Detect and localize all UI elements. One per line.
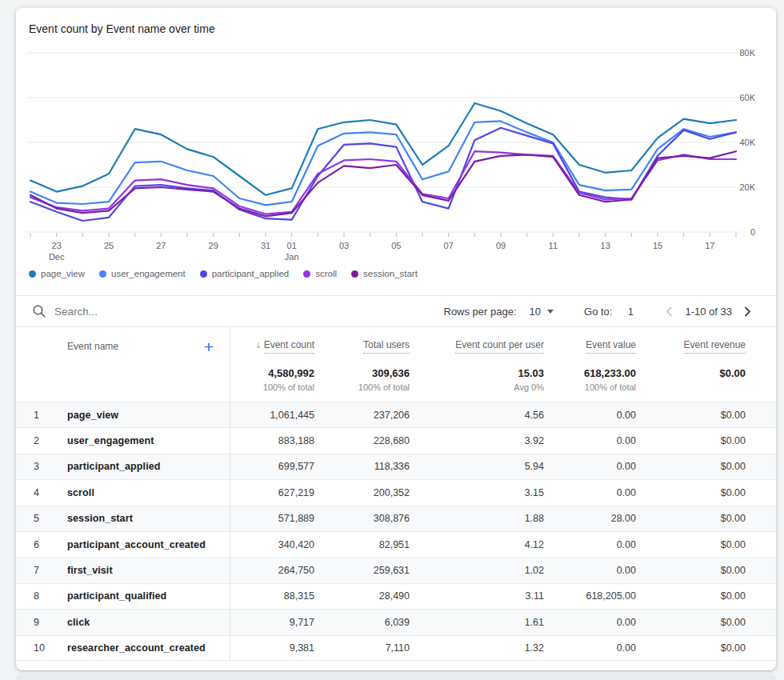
metric-value-cell: 4.12	[410, 539, 544, 550]
metric-value-cell: 6,039	[314, 617, 410, 628]
metric-value-cell: 0.00	[544, 461, 636, 472]
y-axis-label: 20K	[739, 182, 755, 192]
x-axis-label: 31	[261, 241, 270, 250]
x-axis-label: 15	[653, 241, 662, 250]
metric-value-cell: $0.00	[636, 539, 746, 550]
metric-value-cell: 1.02	[410, 565, 544, 576]
table-row: 5session_start571,889308,8761.8828.00$0.…	[16, 506, 776, 531]
row-index: 1	[16, 410, 51, 421]
table-row: 4scroll627,219200,3523.150.00$0.00	[16, 479, 776, 505]
event-name-cell: session_start	[51, 513, 230, 524]
y-axis-label: 40K	[739, 138, 755, 147]
metric-value-cell: 237,206	[314, 410, 410, 421]
legend-dot-icon	[200, 270, 207, 278]
metric-value-cell: $0.00	[636, 617, 746, 628]
metric-value-cell: 340,420	[230, 539, 314, 550]
x-axis-label: 03	[339, 241, 349, 250]
metric-value-cell: 82,951	[314, 539, 410, 550]
events-table: Event name + ↓Event countTotal usersEven…	[16, 327, 776, 661]
metric-value-cell: 1.88	[410, 513, 544, 524]
event-name-cell: user_engagement	[51, 435, 230, 446]
metric-header-event-revenue[interactable]: Event revenue	[636, 339, 746, 354]
column-divider	[230, 327, 230, 661]
metric-value-cell: 3.11	[410, 590, 544, 602]
legend-item-participant_applied: participant_applied	[200, 269, 290, 278]
metric-header-event-value[interactable]: Event value	[544, 339, 636, 354]
metric-header-label: Event count	[264, 339, 314, 354]
metric-value-cell: 0.00	[544, 642, 636, 654]
row-index: 8	[16, 590, 51, 602]
totals-value: 309,636	[314, 367, 410, 379]
legend-item-page_view: page_view	[29, 269, 85, 278]
metric-value-cell: $0.00	[636, 590, 746, 602]
metric-value-cell: 1.32	[410, 642, 544, 654]
event-name-cell: page_view	[51, 410, 230, 421]
metric-value-cell: 259,631	[314, 565, 410, 576]
x-axis-label: 23	[52, 241, 62, 250]
metric-value-cell: $0.00	[636, 513, 746, 524]
prev-page-button[interactable]	[663, 304, 675, 319]
metric-value-cell: 28.00	[544, 513, 636, 524]
metric-value-cell: 28,490	[314, 590, 410, 602]
legend-item-session_start: session_start	[351, 269, 418, 278]
search-input[interactable]	[54, 306, 326, 318]
metric-value-cell: $0.00	[636, 642, 746, 654]
metric-value-cell: $0.00	[636, 565, 746, 576]
metric-value-cell: 627,219	[230, 487, 314, 498]
table-row: 6participant_account_created340,42082,95…	[16, 531, 776, 557]
legend-label: participant_applied	[212, 269, 290, 278]
goto-label: Go to:	[584, 306, 612, 318]
sort-descending-icon: ↓	[256, 339, 261, 350]
chart-line-scroll	[30, 151, 736, 214]
totals-cell: $0.00	[636, 367, 746, 379]
dimension-header-label[interactable]: Event name	[67, 341, 118, 352]
row-index: 3	[16, 461, 51, 472]
totals-cell: 618,233.00100% of total	[544, 367, 636, 392]
timeseries-chart: 020K40K60K80K23Dec2527293101Jan030507091…	[16, 43, 765, 264]
table-row: 3participant_applied699,577118,3365.940.…	[16, 454, 776, 479]
legend-dot-icon	[29, 270, 36, 278]
add-dimension-button[interactable]: +	[204, 338, 214, 355]
next-page-button[interactable]	[742, 304, 754, 319]
chart-line-participant_applied	[30, 128, 736, 221]
metric-value-cell: $0.00	[636, 435, 746, 446]
metric-value-cell: 228,680	[314, 435, 410, 446]
metric-value-cell: 3.15	[410, 487, 544, 498]
metric-header-label: Event value	[586, 339, 636, 354]
event-name-cell: researcher_account_created	[51, 642, 230, 654]
legend-item-user_engagement: user_engagement	[99, 269, 186, 278]
report-card: Event count by Event name over time 020K…	[16, 8, 776, 670]
next-card-edge	[16, 674, 776, 680]
x-axis-label: 09	[496, 241, 506, 250]
metric-header-event-count[interactable]: ↓Event count	[230, 339, 314, 354]
row-index: 4	[16, 487, 51, 498]
legend-dot-icon	[99, 270, 106, 278]
totals-value: 618,233.00	[544, 367, 636, 379]
metric-value-cell: 571,889	[230, 513, 314, 524]
metric-header-total-users[interactable]: Total users	[314, 339, 410, 354]
table-row: 8participant_qualified88,31528,4903.1161…	[16, 583, 776, 609]
table-row: 1page_view1,061,445237,2064.560.00$0.00	[16, 402, 776, 427]
metric-header-event-count-per-user[interactable]: Event count per user	[410, 339, 544, 354]
x-axis-label: 05	[391, 241, 401, 250]
event-name-cell: participant_applied	[51, 461, 230, 472]
metric-value-cell: 0.00	[544, 487, 636, 498]
rows-per-page-caret-icon[interactable]	[547, 310, 554, 314]
legend-label: page_view	[41, 269, 85, 278]
search-box[interactable]	[32, 304, 444, 318]
metric-value-cell: 88,315	[230, 590, 314, 602]
metric-value-cell: 1.61	[410, 617, 544, 628]
metric-value-cell: 264,750	[230, 565, 314, 576]
metric-value-cell: $0.00	[636, 487, 746, 498]
event-name-cell: click	[51, 617, 230, 628]
totals-cell: 4,580,992100% of total	[230, 367, 314, 392]
event-name-cell: scroll	[51, 487, 230, 498]
row-index: 9	[16, 617, 51, 628]
goto-page-input[interactable]: 1	[625, 306, 636, 318]
row-index: 10	[16, 642, 51, 654]
row-index: 7	[16, 565, 51, 576]
event-name-cell: participant_qualified	[51, 590, 230, 602]
table-toolbar: Rows per page: 10 Go to: 1 1-10 of 33	[16, 295, 776, 327]
metric-value-cell: 118,336	[314, 461, 410, 472]
rows-per-page-value[interactable]: 10	[530, 306, 541, 318]
